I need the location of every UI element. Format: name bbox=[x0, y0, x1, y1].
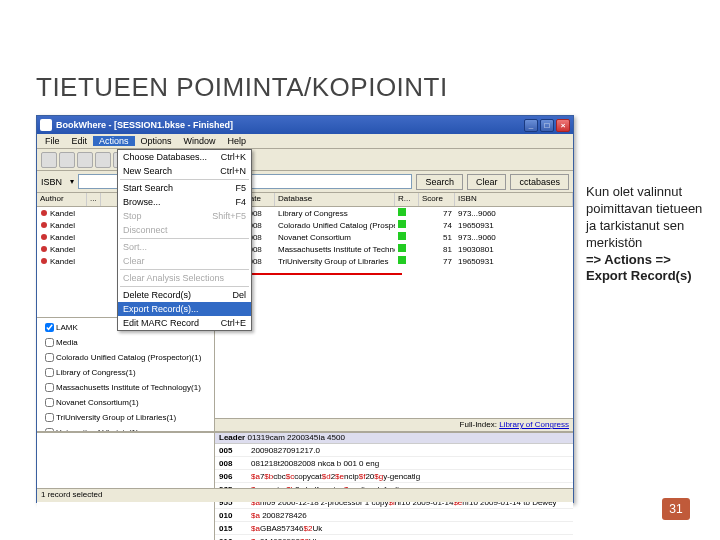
menu-help[interactable]: Help bbox=[222, 136, 253, 146]
menu-item[interactable]: Export Record(s)... bbox=[118, 302, 251, 316]
menu-edit[interactable]: Edit bbox=[66, 136, 94, 146]
marc-row: 00520090827091217.0 bbox=[215, 444, 573, 457]
menu-item[interactable]: New SearchCtrl+N bbox=[118, 164, 251, 178]
marc-row: 906$a7$bcbc$ccopycat$d2$encip$f20$gy-gen… bbox=[215, 470, 573, 483]
marc-leader: Leader 01319cam 2200345Ia 4500 bbox=[215, 433, 573, 444]
menu-item[interactable]: Browse...F4 bbox=[118, 195, 251, 209]
app-window: BookWhere - [SESSION1.bkse - Finished] _… bbox=[36, 115, 574, 503]
marc-pane: Leader 01319cam 2200345Ia 4500 005200908… bbox=[37, 431, 573, 540]
menu-item: StopShift+F5 bbox=[118, 209, 251, 223]
tree-item[interactable]: University of Virginia(1) bbox=[39, 425, 212, 432]
close-button[interactable]: × bbox=[556, 119, 570, 132]
marc-row: 010$a 2008278426 bbox=[215, 509, 573, 522]
menu-window[interactable]: Window bbox=[178, 136, 222, 146]
tree-item[interactable]: Colorado Unified Catalog (Prospector)(1) bbox=[39, 350, 212, 365]
menu-actions[interactable]: Actions bbox=[93, 136, 135, 146]
minimize-button[interactable]: _ bbox=[524, 119, 538, 132]
menu-item: Disconnect bbox=[118, 223, 251, 237]
results-grid[interactable]: len..2008Library of Congress77973...9060… bbox=[215, 207, 573, 418]
menu-item[interactable]: Choose Databases...Ctrl+K bbox=[118, 150, 251, 164]
tree-item[interactable]: Novanet Consortium(1) bbox=[39, 395, 212, 410]
toolbar-icon[interactable] bbox=[41, 152, 57, 168]
menu-item[interactable]: Delete Record(s)Del bbox=[118, 288, 251, 302]
titlebar: BookWhere - [SESSION1.bkse - Finished] _… bbox=[37, 116, 573, 134]
grid-row[interactable]: len..2008Colorado Unified Catalog (Prosp… bbox=[215, 219, 573, 231]
database-tree[interactable]: LAMKMediaColorado Unified Catalog (Prosp… bbox=[37, 317, 214, 432]
grid-row[interactable]: ert..2008Novanet Consortium51973...9060 bbox=[215, 231, 573, 243]
grid-row[interactable]: len..2008TriUniversity Group of Librarie… bbox=[215, 255, 573, 267]
grid-row[interactable]: len..2008Library of Congress77973...9060 bbox=[215, 207, 573, 219]
clear-button[interactable]: Clear bbox=[467, 174, 507, 190]
search-button[interactable]: Search bbox=[416, 174, 463, 190]
menubar[interactable]: FileEditActionsOptionsWindowHelp bbox=[37, 134, 573, 149]
marc-row: 015$aGBA857346$2Uk bbox=[215, 522, 573, 535]
right-pane: ... Date Database R... Score ISBN len..2… bbox=[215, 193, 573, 431]
path-link[interactable]: Library of Congress bbox=[499, 420, 569, 429]
page-number: 31 bbox=[662, 498, 690, 520]
databases-button[interactable]: cctabases bbox=[510, 174, 569, 190]
toolbar-icon[interactable] bbox=[59, 152, 75, 168]
app-icon bbox=[40, 119, 52, 131]
tree-item[interactable]: TriUniversity Group of Libraries(1) bbox=[39, 410, 212, 425]
menu-item: Clear bbox=[118, 254, 251, 268]
tree-item[interactable]: Library of Congress(1) bbox=[39, 365, 212, 380]
menu-item[interactable]: Edit MARC RecordCtrl+E bbox=[118, 316, 251, 330]
menu-item: Sort... bbox=[118, 240, 251, 254]
marc-row: 008081218t20082008 nkca b 001 0 eng bbox=[215, 457, 573, 470]
toolbar-icon[interactable] bbox=[95, 152, 111, 168]
search-field-label: ISBN bbox=[41, 177, 66, 187]
menu-item: Clear Analysis Selections bbox=[118, 271, 251, 285]
menu-item[interactable]: Start SearchF5 bbox=[118, 181, 251, 195]
grid-row[interactable]: len..2008Massachusetts Institute of Tech… bbox=[215, 243, 573, 255]
menu-options[interactable]: Options bbox=[135, 136, 178, 146]
maximize-button[interactable]: □ bbox=[540, 119, 554, 132]
tree-item[interactable]: Media bbox=[39, 335, 212, 350]
tree-item[interactable]: Massachusetts Institute of Technology(1) bbox=[39, 380, 212, 395]
record-path: Full-Index: Library of Congress bbox=[215, 418, 573, 431]
toolbar-icon[interactable] bbox=[77, 152, 93, 168]
statusbar: 1 record selected bbox=[37, 488, 573, 502]
window-title: BookWhere - [SESSION1.bkse - Finished] bbox=[56, 120, 524, 130]
grid-header: ... Date Database R... Score ISBN bbox=[215, 193, 573, 207]
actions-menu: Choose Databases...Ctrl+KNew SearchCtrl+… bbox=[117, 149, 252, 331]
menu-file[interactable]: File bbox=[39, 136, 66, 146]
marc-row: 016$a014686990$2Uk bbox=[215, 535, 573, 540]
instruction-text: Kun olet valinnut poimittavan tietueen j… bbox=[586, 184, 706, 285]
slide-title: TIETUEEN POIMINTA/KOPIOINTI bbox=[36, 72, 448, 103]
